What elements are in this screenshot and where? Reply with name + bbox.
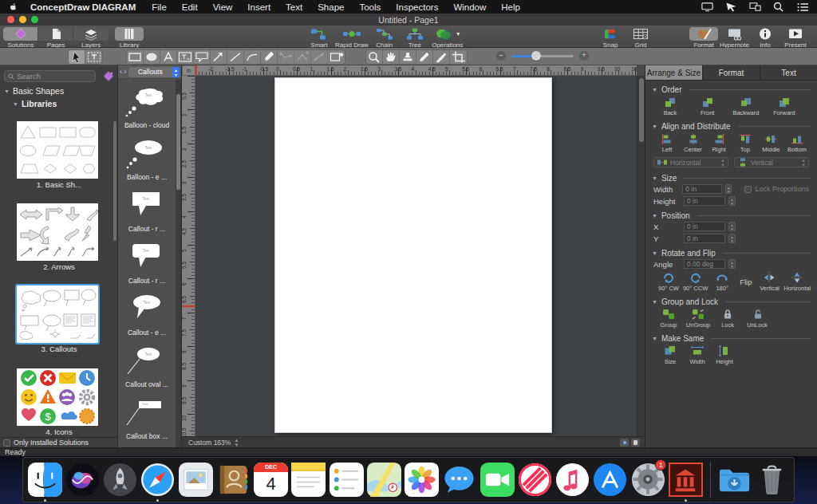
toolbar-button-pages[interactable]: Pages (38, 27, 73, 49)
toolbar-button-smart[interactable]: Smart (305, 27, 334, 49)
height-button[interactable]: Height (712, 345, 736, 365)
toolbar-button-snap[interactable]: Snap (596, 27, 625, 49)
zoom-out-button[interactable]: − (496, 51, 506, 61)
menu-shape[interactable]: Shape (318, 2, 344, 12)
apple-menu-icon[interactable] (8, 2, 19, 13)
display-icon[interactable] (701, 2, 713, 12)
toolbar-button-rapid-draw[interactable]: Rapid Draw (335, 27, 369, 49)
only-installed-solutions-checkbox[interactable] (3, 439, 10, 447)
dock-icon-itunes[interactable] (555, 462, 590, 498)
library-forward-button[interactable]: › (124, 68, 126, 76)
brush-tool[interactable] (433, 50, 450, 64)
inspector-tab-text[interactable]: Text (760, 65, 817, 80)
inspector-tab-format[interactable]: Format (703, 65, 760, 80)
section-order-header[interactable]: ▼Order (645, 85, 817, 94)
library-shape-callout-r-3[interactable]: TextCallout - r ... (118, 235, 176, 287)
dock-icon-photos[interactable] (405, 462, 440, 498)
dock-icon-launchpad[interactable] (103, 462, 138, 498)
dock-icon-messages[interactable] (442, 462, 477, 498)
section-align-and-distribute-header[interactable]: ▼Align and Distribute (645, 122, 817, 131)
dock-icon-app-store[interactable] (593, 462, 628, 498)
toolbar-button-info[interactable]: Info (751, 27, 780, 49)
solutions-panel-icon[interactable] (102, 70, 115, 82)
back-button[interactable]: Back (658, 96, 682, 116)
dock-icon-downloads[interactable] (716, 462, 752, 498)
toolbar-button-solutions[interactable]: Solutions (3, 27, 38, 49)
pointer-icon[interactable] (725, 2, 737, 12)
unlock-button[interactable]: UnLock (745, 309, 769, 329)
toolbar-button-tree[interactable]: Tree (401, 27, 429, 49)
menu-insert[interactable]: Insert (247, 2, 270, 12)
bottom-button[interactable]: Bottom (785, 133, 809, 153)
section-size-header[interactable]: ▼Size (645, 174, 817, 183)
field-input[interactable]: 0 in (684, 234, 725, 243)
right-button[interactable]: Right (707, 133, 731, 153)
field-input[interactable]: 0 in (682, 184, 722, 194)
zoom-tool[interactable] (366, 50, 383, 64)
menu-file[interactable]: File (152, 2, 167, 12)
library-back-button[interactable]: ‹ (120, 68, 122, 76)
drawing-viewport[interactable] (195, 76, 637, 436)
group-button[interactable]: Group (657, 309, 681, 329)
menu-list-icon[interactable] (797, 2, 809, 12)
dock-icon-finder[interactable] (27, 462, 62, 498)
dock-icon-safari[interactable] (140, 462, 176, 498)
menu-tools[interactable]: Tools (359, 2, 381, 12)
toolbar-button-hypernote[interactable]: Hypernote (720, 27, 749, 49)
library-shape-callout-e-4[interactable]: TextCallout - e ... (118, 287, 176, 339)
section-make-same-header[interactable]: ▼Make Same (645, 334, 817, 343)
library-thumbnail-2-arrows[interactable] (17, 203, 98, 261)
stamp-tool[interactable] (400, 50, 416, 64)
toolbar-button-present[interactable]: Present (781, 27, 810, 49)
left-button[interactable]: Left (655, 133, 679, 153)
section-rotate-and-flip-header[interactable]: ▼Rotate and Flip (645, 249, 817, 258)
stepper-icon[interactable]: ▲▼ (728, 259, 736, 269)
page-nav-button-2[interactable] (631, 439, 640, 447)
flip-horizontal-button[interactable]: Horizontal (783, 272, 811, 292)
arc-tool[interactable] (244, 50, 261, 64)
section-group-and-lock-header[interactable]: ▼Group and Lock (645, 297, 817, 306)
library-thumbnail-4-icons[interactable]: $ (17, 368, 98, 426)
toolbar-button-layers[interactable]: Layers (73, 27, 109, 49)
minimize-window-button[interactable] (19, 16, 26, 23)
selection-tool[interactable] (69, 50, 85, 64)
library-shape-balloon-cloud-0[interactable]: TextBalloon - cloud (118, 80, 176, 132)
flip-vertical-button[interactable]: Vertical (757, 272, 781, 292)
stepper-icon[interactable]: ▲▼ (728, 234, 736, 243)
dock-icon-siri[interactable] (65, 462, 100, 498)
text-selection-tool[interactable] (85, 50, 102, 64)
shape-parameter-tool[interactable] (328, 50, 345, 64)
stepper-icon[interactable]: ▲▼ (725, 184, 732, 194)
90-cw-button[interactable]: 90° CW (657, 272, 681, 292)
field-input[interactable]: 0 in (684, 222, 725, 231)
search-icon[interactable] (773, 2, 785, 12)
zoom-slider-knob[interactable] (531, 51, 541, 61)
stepper-icon[interactable]: ▲▼ (728, 196, 736, 206)
dock-icon-reminders[interactable] (329, 462, 364, 498)
middle-button[interactable]: Middle (759, 133, 783, 153)
search-input[interactable]: Search (4, 70, 96, 82)
library-scrollbar[interactable] (176, 80, 181, 447)
top-button[interactable]: Top (733, 133, 757, 153)
dock-icon-news[interactable] (517, 462, 552, 498)
devices-icon[interactable] (749, 2, 761, 12)
dock-icon-trash[interactable] (755, 462, 790, 498)
dock-icon-contacts[interactable] (215, 462, 251, 498)
size-button[interactable]: Size (658, 345, 682, 365)
lock-button[interactable]: Lock (716, 309, 740, 329)
library-shape-balloon-e-1[interactable]: TextBalloon - e ... (118, 132, 176, 183)
section-libraries[interactable]: ▼ Libraries (13, 99, 57, 108)
180-button[interactable]: 180° (710, 272, 734, 292)
toolbar-button-library[interactable]: Library (115, 27, 144, 49)
menu-view[interactable]: View (213, 2, 233, 12)
ungroup-button[interactable]: UnGroup (686, 309, 710, 329)
zoom-window-button[interactable] (31, 16, 38, 23)
app-menu-title[interactable]: ConceptDraw DIAGRAM (30, 2, 136, 12)
dock-icon-mail[interactable] (178, 462, 213, 498)
dock-icon-calendar[interactable]: DEC4 (254, 462, 289, 498)
close-window-button[interactable] (7, 16, 14, 23)
dock-icon-facetime[interactable] (480, 462, 515, 498)
toolbar-button-format[interactable]: Format (689, 27, 718, 49)
sidebar-scrollbar[interactable] (113, 121, 116, 241)
width-button[interactable]: Width (685, 345, 709, 365)
